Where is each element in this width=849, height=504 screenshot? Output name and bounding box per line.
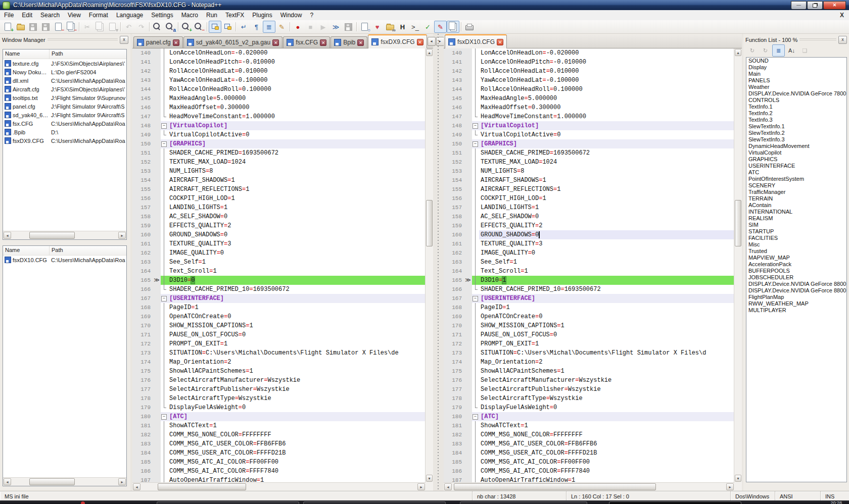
horizontal-scrollbar[interactable]: ◂ ▸ [132, 482, 426, 491]
line-text[interactable]: LonAccelOnHeadPitch=-0.010000 [479, 58, 734, 67]
status-encoding[interactable]: ANSI [775, 491, 821, 501]
close-button[interactable]: ✕ [823, 1, 846, 10]
scroll-up-icon[interactable]: ▴ [735, 49, 741, 56]
function-list-item-sim[interactable]: SIM [746, 222, 846, 228]
function-list-item-display[interactable]: Display [746, 64, 846, 71]
function-list-item-display-device-nvidia-geforce-8800-gt-[interactable]: DISPLAY.Device.NVIDIA GeForce 8800 GT. [746, 281, 846, 287]
line-text[interactable]: AC_SELF_SHADOW=0 [479, 212, 734, 221]
redo-icon[interactable]: ↷ [135, 21, 148, 33]
line-text[interactable]: MaxHeadAngle=5.000000 [479, 94, 734, 103]
tab-fsx-cfg[interactable]: fsx.CFG✕ [283, 36, 330, 48]
define-language-icon[interactable]: ✎ [275, 21, 288, 33]
find-result-icon[interactable]: ○ [358, 21, 371, 33]
fold-collapse-icon[interactable] [472, 139, 479, 148]
line-text[interactable]: LANDING_LIGHTS=1 [168, 203, 426, 212]
taskbar-tray-icon[interactable] [81, 501, 85, 504]
function-list-item-slewtextinfo-3[interactable]: SlewTextInfo.3 [746, 136, 846, 143]
fold-collapse-icon[interactable] [161, 412, 168, 421]
function-list-item-controls[interactable]: CONTROLS [746, 97, 846, 104]
sync-horizontal-scroll-icon[interactable] [221, 21, 234, 33]
function-list-item-textinfo-3[interactable]: TextInfo.3 [746, 117, 846, 123]
line-text[interactable]: PageID=1 [168, 303, 426, 312]
file-browser-icon[interactable]: ∞ [384, 21, 396, 33]
tab-panel-cfg[interactable]: panel.cfg✕ [133, 36, 183, 48]
line-text[interactable]: [VirtualCopilot] [479, 121, 734, 130]
function-list-item-accelerationpack[interactable]: AccelerationPack [746, 261, 846, 268]
file-row--bpib[interactable]: .BpibD:\ [3, 128, 126, 136]
line-text[interactable]: NUM_LIGHTS=8 [479, 167, 734, 176]
function-list-item-scenery[interactable]: SCENERY [746, 182, 846, 189]
print-icon[interactable] [463, 21, 476, 33]
macro-play-icon[interactable]: ▶ [317, 21, 329, 33]
menu-item-edit[interactable]: Edit [18, 11, 36, 20]
scroll-thumb[interactable] [735, 200, 741, 246]
line-text[interactable]: COMM_MSG_ATC_AI_COLOR=FF00FF00 [168, 458, 426, 467]
zoom-out-icon[interactable]: – [193, 21, 205, 33]
cut-icon[interactable]: ✂ [81, 21, 93, 33]
fold-collapse-icon[interactable] [472, 412, 479, 421]
scroll-right-icon[interactable]: ▸ [417, 483, 425, 490]
tab-close-icon[interactable]: ✕ [357, 39, 364, 46]
scroll-left-icon[interactable]: ◂ [133, 483, 140, 490]
line-text[interactable]: SelectAircraftPublisher=Wszystkie [479, 385, 734, 394]
line-text[interactable]: Text_Scroll=1 [479, 267, 734, 276]
function-list-item-weather[interactable]: Weather [746, 84, 846, 90]
line-text[interactable]: PAUSE_ON_LOST_FOCUS=0 [479, 330, 734, 339]
line-text[interactable]: MaxHeadAngle=5.000000 [168, 94, 426, 103]
fold-collapse-icon[interactable] [161, 294, 168, 303]
line-text[interactable]: RollAccelOnHeadRoll=0.100000 [479, 85, 734, 94]
spell-check-icon[interactable]: ✓ [421, 21, 434, 33]
vertical-scrollbar[interactable]: ▴ ▾ [734, 48, 742, 482]
save-all-icon[interactable] [39, 21, 52, 33]
line-text[interactable]: MaxHeadOffset=0.300000 [479, 103, 734, 112]
line-text[interactable]: SHADER_CACHE_PRIMED=1693500672 [168, 148, 426, 158]
line-text[interactable]: COMM_MSG_ATC_AI_COLOR=FF00FF00 [479, 458, 734, 467]
macro-run-multiple-icon[interactable]: ≫ [329, 21, 342, 33]
scroll-left-icon[interactable]: ◂ [444, 483, 452, 490]
function-list-item-graphics[interactable]: GRAPHICS [746, 156, 846, 163]
macro-stop-icon[interactable]: ■ [304, 21, 317, 33]
document-close-x[interactable]: X [835, 12, 849, 19]
line-text[interactable]: ShowATCText=1 [479, 421, 734, 430]
fold-collapse-icon[interactable] [161, 121, 168, 130]
menu-item-view[interactable]: View [64, 11, 85, 20]
taskbar-button[interactable] [157, 501, 299, 504]
line-text[interactable]: SelectAircraftManufacturer=Wszystkie [479, 376, 734, 385]
tab-sd-yak40-6015-v2-pa-gau[interactable]: sd_yak40_6015_v2_pa.gau✕ [183, 36, 282, 48]
function-list-item-display-device-nvidia-geforce-7800-gt-[interactable]: DISPLAY.Device.NVIDIA GeForce 7800 GT. [746, 90, 846, 97]
title-bar[interactable]: C:\Users\Michal\AppData\Roaming\Microsof… [0, 0, 849, 10]
function-list-item-virtualcopilot[interactable]: VirtualCopilot [746, 149, 846, 156]
sync-vertical-scroll-icon[interactable] [209, 21, 221, 33]
paste-icon[interactable]: ▾ [106, 21, 119, 33]
line-text[interactable]: TEXTURE_MAX_LOAD=1024 [168, 158, 426, 167]
column-header-name[interactable]: Name [3, 49, 50, 59]
line-text[interactable]: DisplayFuelAsWeight=0 [168, 403, 426, 412]
line-text[interactable]: See_Self=1 [479, 258, 734, 267]
file-row-fsx-cfg[interactable]: fsx.CFGC:\Users\Michal\AppData\Roa [3, 119, 126, 128]
scroll-down-icon[interactable]: ▾ [735, 475, 741, 482]
function-list-item-dynamicheadmovement[interactable]: DynamicHeadMovement [746, 143, 846, 149]
console-icon[interactable]: >_ [409, 21, 421, 33]
macro-record-icon[interactable]: ● [292, 21, 304, 33]
line-text[interactable]: SelectAircraftPublisher=Wszystkie [168, 385, 426, 394]
function-list-item-facilities[interactable]: FACILITIES [746, 235, 846, 241]
fold-collapse-icon[interactable] [161, 139, 168, 148]
line-text[interactable]: PROMPT_ON_EXIT=1 [479, 339, 734, 348]
scroll-down-icon[interactable]: ▾ [426, 475, 433, 482]
scroll-up-icon[interactable]: ▴ [426, 49, 433, 56]
close-all-icon[interactable]: – [65, 21, 77, 33]
function-list-item-atc[interactable]: ATC [746, 169, 846, 176]
line-text[interactable]: SITUATION=C:\Users\Michal\Documents\Flig… [168, 348, 426, 358]
windows-taskbar[interactable]: 20:28 [0, 500, 849, 504]
scroll-thumb[interactable] [158, 483, 246, 490]
restore-button[interactable] [807, 1, 823, 10]
macro-save-icon[interactable] [342, 21, 355, 33]
line-text[interactable]: COMM_MSG_ATC_USER_COLOR=FFB6FFB6 [168, 439, 426, 448]
follow-document-icon[interactable]: ≣ [772, 44, 785, 57]
file-row-dll-xml[interactable]: dll.xmlC:\Users\Michal\AppData\Roa [3, 76, 126, 85]
taskbar-button[interactable] [303, 501, 446, 504]
menu-item-window[interactable]: Window [276, 11, 306, 20]
show-all-chars-icon[interactable]: ¶ [250, 21, 263, 33]
file-row-nowy-dokum-[interactable]: Nowy Dokum...L:\Do gier\FS2004 [3, 68, 126, 76]
file-row-texture-cfg[interactable]: texture.cfgJ:\FSX\SimObjects\Airplanes\' [3, 59, 126, 68]
